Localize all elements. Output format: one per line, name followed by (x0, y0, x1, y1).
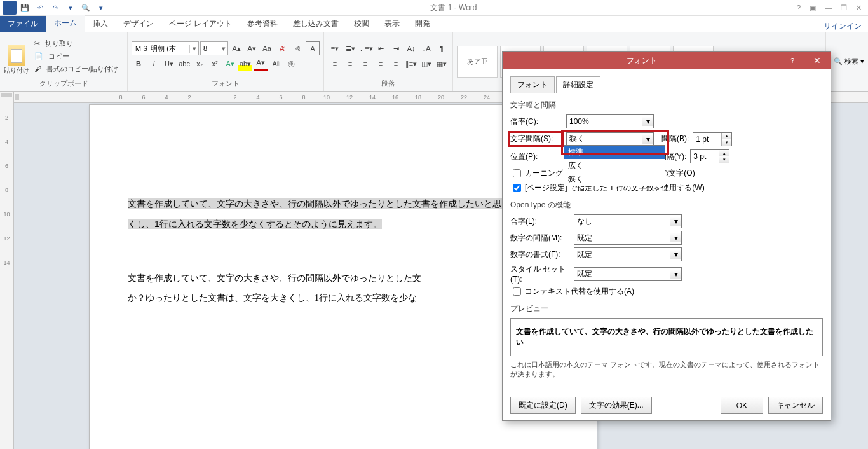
align-left-icon[interactable]: ≡ (328, 57, 342, 71)
line-spacing-icon[interactable]: ‖≡▾ (404, 57, 418, 71)
qat-more-icon[interactable]: ▾ (64, 1, 78, 15)
text-effects-icon[interactable]: A▾ (223, 57, 237, 71)
subscript-icon[interactable]: x₂ (193, 57, 207, 71)
tab-design[interactable]: デザイン (116, 16, 161, 32)
number-spacing-input[interactable] (574, 233, 670, 242)
help-icon[interactable]: ? (797, 4, 801, 12)
spacing-combo[interactable]: ▾ (566, 132, 654, 146)
scale-input[interactable] (567, 117, 642, 126)
touch-mode-icon[interactable]: 🔍 (79, 1, 93, 15)
char-border-icon[interactable]: A (306, 41, 320, 55)
strike-icon[interactable]: abc (177, 57, 191, 71)
tab-references[interactable]: 参考資料 (240, 16, 285, 32)
dropdown-option-narrow[interactable]: 狭く (564, 172, 665, 186)
spacing-by-input[interactable] (693, 135, 721, 144)
font-name-input[interactable] (132, 45, 189, 52)
distribute-icon[interactable]: ≡ (389, 57, 403, 71)
grid-checkbox[interactable] (513, 184, 521, 192)
change-case-icon[interactable]: Aa (260, 41, 274, 55)
format-painter-button[interactable]: 🖌 書式のコピー/貼り付け (32, 63, 123, 75)
chevron-down-icon[interactable]: ▾ (219, 45, 227, 53)
spin-down-icon[interactable]: ▾ (722, 139, 731, 146)
enclose-char-icon[interactable]: ㊥ (284, 57, 298, 71)
sort-icon[interactable]: ↓A (419, 41, 433, 55)
number-spacing-combo[interactable]: ▾ (574, 231, 682, 245)
chevron-down-icon[interactable]: ▾ (642, 117, 653, 126)
selected-text[interactable]: 文書を作成していて、文字の大きさや、行の間隔以外でゆったりとした文書を作成したい… (128, 198, 519, 209)
position-by-input[interactable] (691, 152, 719, 161)
text-direction-icon[interactable]: A↕ (404, 41, 418, 55)
cut-button[interactable]: ✂ 切り取り (32, 38, 123, 50)
spacing-dropdown-list[interactable]: 標準 広く 狭く (564, 145, 665, 186)
justify-icon[interactable]: ≡ (374, 57, 388, 71)
spacing-by-spinner[interactable]: ▴▾ (693, 132, 732, 146)
ruler-vertical[interactable]: 2 4 6 8 10 12 14 (0, 92, 14, 449)
ligatures-input[interactable] (574, 217, 670, 226)
tab-review[interactable]: 校閲 (346, 16, 377, 32)
dialog-close-icon[interactable]: ✕ (804, 52, 831, 69)
chevron-down-icon[interactable]: ▾ (670, 217, 681, 226)
tab-file[interactable]: ファイル (0, 16, 46, 32)
show-marks-icon[interactable]: ¶ (435, 41, 449, 55)
chevron-down-icon[interactable]: ▾ (670, 233, 681, 242)
spacing-input[interactable] (567, 135, 642, 144)
multilevel-icon[interactable]: ⋮≡▾ (358, 41, 372, 55)
kerning-checkbox[interactable] (513, 169, 521, 177)
chevron-down-icon[interactable]: ▾ (670, 250, 681, 259)
font-size-combo[interactable]: ▾ (200, 41, 228, 55)
chevron-down-icon[interactable]: ▾ (189, 45, 198, 53)
bold-icon[interactable]: B (132, 57, 146, 71)
ok-button[interactable]: OK (721, 397, 763, 414)
align-right-icon[interactable]: ≡ (358, 57, 372, 71)
chevron-down-icon[interactable]: ▾ (642, 135, 653, 144)
decrease-indent-icon[interactable]: ⇤ (374, 41, 388, 55)
borders-icon[interactable]: ▦▾ (435, 57, 449, 71)
find-button[interactable]: 🔍 検索 ▾ (834, 57, 864, 66)
italic-icon[interactable]: I (147, 57, 161, 71)
spin-up-icon[interactable]: ▴ (719, 150, 729, 156)
contextual-alts-checkbox[interactable] (513, 287, 521, 296)
paste-button[interactable]: 貼り付け (4, 37, 29, 75)
phonetic-guide-icon[interactable]: ⫷ (290, 41, 304, 55)
underline-icon[interactable]: U▾ (162, 57, 176, 71)
dialog-titlebar[interactable]: フォント ? ✕ (503, 52, 831, 69)
font-color-icon[interactable]: A▾ (254, 57, 268, 71)
dialog-tab-font[interactable]: フォント (510, 76, 555, 93)
stylistic-sets-input[interactable] (574, 270, 670, 279)
ligatures-combo[interactable]: ▾ (574, 214, 682, 228)
grow-font-icon[interactable]: A▴ (229, 41, 243, 55)
spin-up-icon[interactable]: ▴ (722, 133, 731, 139)
shading-icon[interactable]: ◫▾ (419, 57, 433, 71)
superscript-icon[interactable]: x² (208, 57, 222, 71)
tab-layout[interactable]: ページ レイアウト (161, 16, 240, 32)
set-default-button[interactable]: 既定に設定(D) (510, 397, 576, 414)
text-effects-button[interactable]: 文字の効果(E)... (581, 397, 652, 414)
dialog-help-icon[interactable]: ? (781, 57, 804, 64)
stylistic-sets-combo[interactable]: ▾ (574, 267, 682, 281)
shrink-font-icon[interactable]: A▾ (245, 41, 259, 55)
sign-in-link[interactable]: サインイン (824, 21, 868, 32)
number-forms-input[interactable] (574, 250, 670, 259)
save-icon[interactable]: 💾 (18, 1, 32, 15)
style-item[interactable]: あア亜 (457, 46, 498, 78)
chevron-down-icon[interactable]: ▾ (670, 270, 681, 279)
ribbon-display-icon[interactable]: ▣ (810, 4, 816, 12)
dropdown-option-standard[interactable]: 標準 (564, 146, 665, 159)
tab-home[interactable]: ホーム (46, 15, 85, 32)
minimize-icon[interactable]: — (825, 4, 832, 12)
selected-text[interactable]: くし、1行に入れる文字数を少なくするとそのように見えます。 (128, 219, 382, 229)
highlight-icon[interactable]: ab▾ (238, 57, 252, 71)
redo-icon[interactable]: ↷ (48, 1, 62, 15)
dropdown-option-wide[interactable]: 広く (564, 159, 665, 172)
numbering-icon[interactable]: ≣▾ (343, 41, 357, 55)
number-forms-combo[interactable]: ▾ (574, 247, 682, 261)
align-center-icon[interactable]: ≡ (343, 57, 357, 71)
copy-button[interactable]: 📄 コピー (32, 50, 123, 62)
cancel-button[interactable]: キャンセル (768, 397, 823, 414)
tab-insert[interactable]: 挿入 (85, 16, 116, 32)
spin-down-icon[interactable]: ▾ (719, 156, 729, 163)
clear-format-icon[interactable]: A̷ (275, 41, 289, 55)
dialog-tab-advanced[interactable]: 詳細設定 (556, 76, 600, 93)
tab-view[interactable]: 表示 (377, 16, 407, 32)
scale-combo[interactable]: ▾ (566, 114, 654, 128)
